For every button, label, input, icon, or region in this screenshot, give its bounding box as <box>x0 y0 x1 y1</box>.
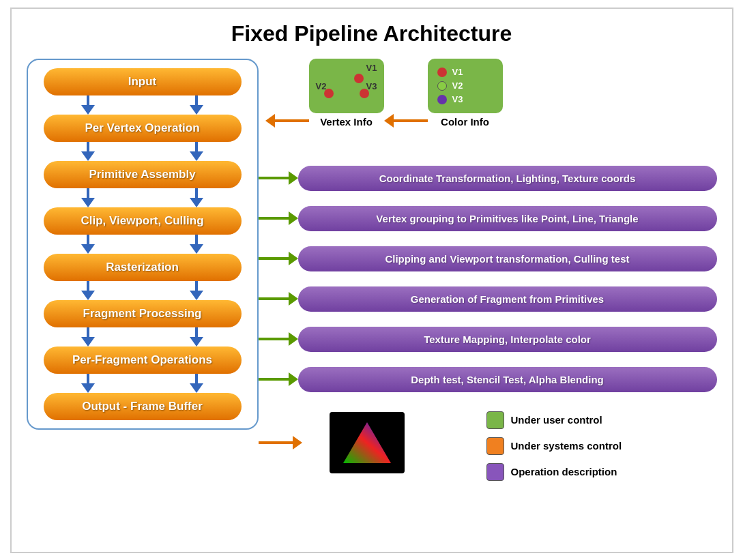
arrow-3 <box>259 292 298 306</box>
color-box: V1 V2 V3 <box>428 59 503 113</box>
color-info-label: Color Info <box>441 116 489 128</box>
output-arrow <box>259 436 302 450</box>
legend-item-2: Operation description <box>486 463 622 481</box>
vertex-info-container: V1 V2 V3 Vertex Info <box>309 59 384 128</box>
svg-marker-0 <box>343 422 391 463</box>
desc-pill-4: Texture Mapping, Interpolate color <box>298 327 717 352</box>
desc-pill-3: Generation of Fragment from Primitives <box>298 286 717 312</box>
page-title: Fixed Pipeline Architecture <box>27 21 717 46</box>
desc-row-5: Depth test, Stencil Test, Alpha Blending <box>259 367 717 392</box>
stage-per-vertex: Per Vertex Operation <box>44 115 242 142</box>
desc-row-0: Coordinate Transformation, Lighting, Tex… <box>259 166 717 191</box>
right-section: V1 V2 V3 Vertex Info <box>259 59 717 481</box>
desc-pill-5: Depth test, Stencil Test, Alpha Blending <box>298 367 717 392</box>
stage-rasterization: Rasterization <box>44 254 242 281</box>
arrow-2 <box>259 252 298 265</box>
desc-pill-0: Coordinate Transformation, Lighting, Tex… <box>298 166 717 191</box>
desc-pill-1: Vertex grouping to Primitives like Point… <box>298 206 717 231</box>
double-arrow-7 <box>44 374 242 393</box>
vertex-info-label: Vertex Info <box>320 116 373 128</box>
vertex-box: V1 V2 V3 <box>309 59 384 113</box>
arrow-5 <box>259 372 298 386</box>
stage-primitive-assembly: Primitive Assembly <box>44 161 242 188</box>
stage-fragment-processing: Fragment Processing <box>44 300 242 327</box>
frame-buffer-output <box>330 412 405 473</box>
legend-swatch-purple <box>486 463 504 481</box>
desc-row-3: Generation of Fragment from Primitives <box>259 286 717 312</box>
legend-label-2: Operation description <box>511 466 617 477</box>
double-arrow-4 <box>44 235 242 254</box>
desc-row-4: Texture Mapping, Interpolate color <box>259 327 717 352</box>
arrow-1 <box>259 211 298 225</box>
double-arrow-1 <box>44 95 242 115</box>
color-v2: V2 <box>452 80 463 91</box>
legend-item-0: Under user control <box>486 411 622 429</box>
arrow-0 <box>259 171 298 185</box>
diagram-container: Fixed Pipeline Architecture Input Per Ve… <box>10 8 733 553</box>
stage-output: Output - Frame Buffer <box>44 393 242 420</box>
double-arrow-5 <box>44 281 242 300</box>
legend-item-1: Under systems control <box>486 437 622 455</box>
arrow-4 <box>259 332 298 346</box>
double-arrow-3 <box>44 188 242 207</box>
legend-swatch-green <box>486 411 504 429</box>
desc-pill-2: Clipping and Viewport transformation, Cu… <box>298 246 717 271</box>
stage-input: Input <box>44 68 242 95</box>
stage-clip: Clip, Viewport, Culling <box>44 207 242 235</box>
legend: Under user control Under systems control… <box>486 411 622 481</box>
color-info-container: V1 V2 V3 Color Info <box>428 59 503 128</box>
legend-label-0: Under user control <box>511 414 602 426</box>
desc-row-1: Vertex grouping to Primitives like Point… <box>259 206 717 231</box>
legend-swatch-orange <box>486 437 504 455</box>
color-v3: V3 <box>452 94 463 104</box>
legend-label-1: Under systems control <box>511 440 622 452</box>
pipeline-box: Input Per Vertex Operation Primitive Ass… <box>27 59 259 430</box>
stage-per-fragment: Per-Fragment Operations <box>44 347 242 374</box>
color-v1: V1 <box>452 67 463 77</box>
double-arrow-6 <box>44 327 242 347</box>
desc-row-2: Clipping and Viewport transformation, Cu… <box>259 246 717 271</box>
double-arrow-2 <box>44 142 242 161</box>
